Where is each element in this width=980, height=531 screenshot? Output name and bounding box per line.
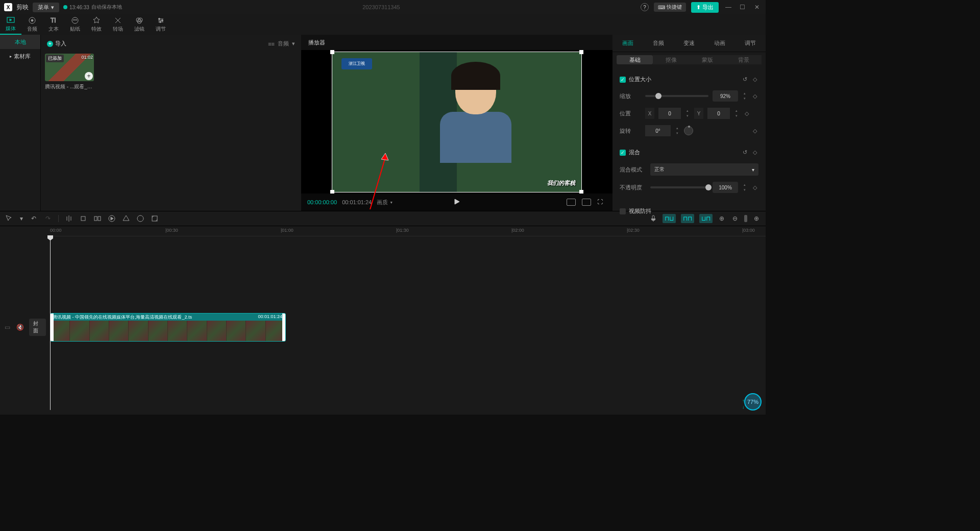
prop-tab-adjust[interactable]: 调节: [735, 35, 766, 52]
mirror-icon[interactable]: [136, 214, 144, 223]
quality-dropdown[interactable]: 画质▼: [377, 199, 393, 206]
player-viewport[interactable]: 浙江卫视 我们的客栈: [301, 50, 612, 194]
snap-aux-icon[interactable]: ⊓⊓: [681, 214, 694, 223]
subtab-mask[interactable]: 蒙版: [689, 55, 725, 64]
keyframe-pos-icon[interactable]: ◇: [743, 110, 750, 117]
resize-handle-tl[interactable]: [330, 50, 334, 54]
time-total: 00:01:01:24: [342, 199, 372, 205]
tab-audio[interactable]: 音频: [21, 14, 43, 35]
zoom-in-icon[interactable]: ⊕: [752, 214, 761, 223]
mic-icon[interactable]: [649, 214, 657, 223]
rotation-wheel[interactable]: [684, 126, 693, 135]
svg-rect-13: [81, 216, 85, 221]
video-clip[interactable]: 腾讯视频 - 中国领先的在线视频媒体平台,海量高清视频在线观看_2.ts 00:…: [50, 313, 286, 342]
reset-position-icon[interactable]: ↺: [741, 76, 748, 83]
snap-main-icon[interactable]: ⊓⊔: [663, 214, 676, 223]
keyframe-scale-icon[interactable]: ◇: [751, 92, 758, 100]
tab-text[interactable]: TI文本: [43, 14, 64, 35]
slider-opacity[interactable]: [650, 186, 708, 188]
side-tab-local[interactable]: 本地: [0, 35, 40, 49]
media-thumb[interactable]: 已添加 01:02 + 腾讯视频 - ...观看_2.ts: [45, 54, 94, 90]
chk-blend[interactable]: ✓: [620, 150, 626, 156]
reverse-icon[interactable]: [122, 214, 130, 223]
import-button[interactable]: +导入: [47, 40, 66, 47]
pos-x-value[interactable]: 0: [658, 108, 681, 119]
subtab-bg[interactable]: 背景: [725, 55, 762, 64]
pos-y-value[interactable]: 0: [707, 108, 730, 119]
export-button[interactable]: ⬆ 导出: [691, 2, 719, 13]
track-lock-icon[interactable]: ▭: [4, 323, 11, 331]
svg-point-6: [76, 19, 77, 20]
maximize-icon[interactable]: ☐: [738, 3, 747, 12]
lbl-position: 位置: [620, 110, 641, 117]
split-icon[interactable]: [65, 214, 73, 223]
tab-effect[interactable]: 特效: [86, 14, 107, 35]
prop-tab-picture[interactable]: 画面: [612, 35, 643, 52]
shortcuts-button[interactable]: ⌨ 快捷键: [654, 3, 686, 12]
undo-icon[interactable]: ↶: [30, 214, 38, 223]
time-ruler[interactable]: 00:00 |00:30 |01:00 |01:30 |02:00 |02:30…: [50, 226, 766, 236]
scale-step-down[interactable]: ▾: [742, 96, 747, 101]
chk-stabilize[interactable]: [620, 208, 626, 214]
compare-icon[interactable]: [567, 199, 576, 206]
fullscreen-icon[interactable]: ⛶: [597, 199, 606, 206]
tab-transition[interactable]: 转场: [107, 14, 129, 35]
reset-blend-icon[interactable]: ↺: [741, 149, 748, 156]
keyframe-rot-icon[interactable]: ◇: [751, 127, 758, 134]
lbl-x: X: [645, 108, 654, 119]
prop-tab-anim[interactable]: 动画: [704, 35, 735, 52]
crop-left-icon[interactable]: [93, 214, 102, 223]
rotate-icon[interactable]: [151, 214, 159, 223]
slider-scale[interactable]: [645, 95, 708, 97]
opacity-value[interactable]: 100%: [713, 182, 738, 193]
select-tool-icon[interactable]: [5, 214, 13, 223]
delete-icon[interactable]: [79, 214, 87, 223]
redo-icon[interactable]: ↷: [44, 214, 52, 223]
track-mute-icon[interactable]: 🔇: [16, 323, 24, 331]
clip-trim-right[interactable]: [282, 313, 285, 341]
cover-button[interactable]: 封面: [29, 319, 46, 336]
app-name: 剪映: [16, 3, 29, 12]
sort-dropdown[interactable]: ≡≡音频▾: [268, 40, 295, 47]
freeze-icon[interactable]: [108, 214, 116, 223]
scale-value[interactable]: 92%: [713, 90, 738, 102]
thumb-add-icon[interactable]: +: [85, 72, 93, 80]
tab-media[interactable]: 媒体: [0, 14, 21, 35]
close-icon[interactable]: ✕: [752, 3, 762, 12]
side-tab-library[interactable]: ▸素材库: [0, 49, 40, 63]
tracks-area[interactable]: ▭ 🔇 封面 腾讯视频 - 中国领先的在线视频媒体平台,海量高清视频在线观看_2…: [0, 236, 766, 410]
lbl-rotation: 旋转: [620, 127, 641, 135]
select-mode-dropdown[interactable]: ▾: [19, 214, 23, 223]
title-bar: X 剪映 菜单▾ 13:46:33 自动保存本地 202307311345 ? …: [0, 0, 766, 14]
minimize-icon[interactable]: —: [724, 3, 733, 12]
tab-sticker[interactable]: 贴纸: [64, 14, 86, 35]
tab-filter[interactable]: 滤镜: [129, 14, 150, 35]
snap-alt-icon[interactable]: ⊔⊓: [699, 214, 713, 223]
align-icon[interactable]: ⊕: [718, 214, 726, 223]
resize-handle-tr[interactable]: [579, 50, 583, 54]
menu-dropdown[interactable]: 菜单▾: [33, 3, 59, 12]
playhead[interactable]: [50, 236, 51, 410]
tab-adjust[interactable]: 调节: [150, 14, 172, 35]
keyframe-position-icon[interactable]: ◇: [751, 76, 758, 83]
prop-tab-speed[interactable]: 变速: [674, 35, 704, 52]
player-canvas[interactable]: 浙江卫视 我们的客栈: [332, 52, 582, 192]
lbl-opacity: 不透明度: [620, 184, 646, 191]
keyframe-blend-icon[interactable]: ◇: [751, 149, 758, 156]
play-icon[interactable]: [453, 198, 460, 206]
zoom-slider[interactable]: [744, 215, 747, 222]
subtab-basic[interactable]: 基础: [617, 55, 653, 64]
ratio-icon[interactable]: [582, 199, 591, 206]
help-icon[interactable]: ?: [641, 3, 649, 11]
thumb-filename: 腾讯视频 - ...观看_2.ts: [45, 83, 94, 90]
keyframe-opacity-icon[interactable]: ◇: [751, 184, 758, 191]
clip-filename: 腾讯视频 - 中国领先的在线视频媒体平台,海量高清视频在线观看_2.ts: [53, 314, 192, 321]
zoom-out-icon[interactable]: ⊖: [731, 214, 739, 223]
blendmode-select[interactable]: 正常▾: [650, 163, 758, 176]
scale-step-up[interactable]: ▴: [742, 91, 747, 96]
subtab-cutout[interactable]: 抠像: [653, 55, 689, 64]
prop-tab-audio[interactable]: 音频: [643, 35, 674, 52]
rotation-value[interactable]: 0°: [645, 125, 671, 136]
chk-position[interactable]: ✓: [620, 77, 626, 83]
player-panel: 播放器 浙江卫视 我们的客栈 00:00:00:00 00:01:01:2: [301, 35, 612, 211]
